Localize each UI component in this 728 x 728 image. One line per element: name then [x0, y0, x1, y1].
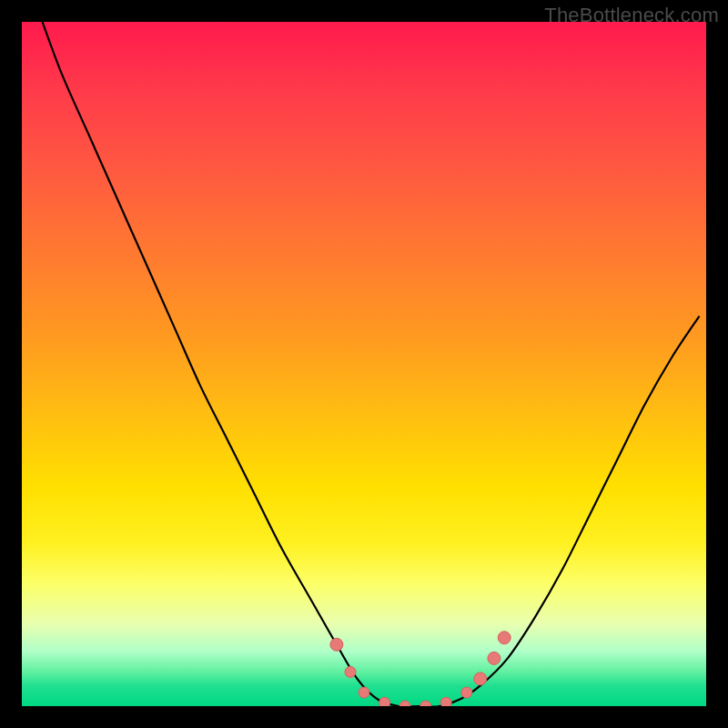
curve-marker [440, 697, 451, 706]
curve-marker [420, 701, 431, 706]
curve-marker [399, 701, 410, 706]
curve-markers [330, 632, 511, 706]
curve-marker [345, 666, 356, 677]
curve-marker [379, 697, 390, 706]
curve-marker [330, 638, 343, 651]
curve-marker [359, 687, 369, 698]
watermark-text: TheBottleneck.com [544, 4, 719, 27]
curve-marker [488, 652, 500, 664]
curve-marker [461, 687, 472, 698]
chart-frame: TheBottleneck.com [0, 0, 728, 728]
curve-marker [474, 672, 487, 685]
bottleneck-curve [43, 22, 700, 706]
curve-svg [22, 22, 706, 706]
curve-marker [498, 632, 511, 644]
